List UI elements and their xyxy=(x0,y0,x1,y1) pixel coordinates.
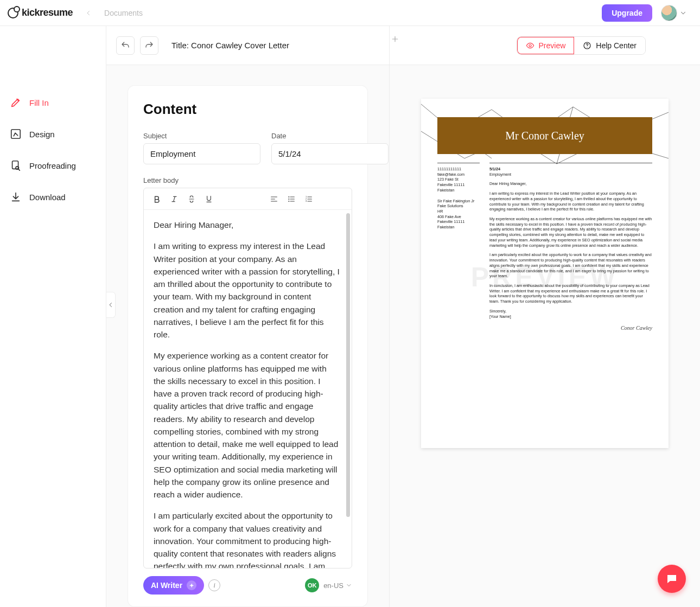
doc-para4: In conclusion, I am enthusiastic about t… xyxy=(489,283,652,304)
doc-name: Mr Conor Cawley xyxy=(505,130,584,142)
strike-button[interactable] xyxy=(184,191,199,207)
doc-para3: I am particularly excited about the oppo… xyxy=(489,252,652,279)
status-badge[interactable]: OK xyxy=(305,578,319,592)
bold-button[interactable] xyxy=(149,191,164,207)
doc-signature: Conor Cawley xyxy=(489,324,652,332)
letter-body-label: Letter body xyxy=(143,176,352,184)
upgrade-button[interactable]: Upgrade xyxy=(602,4,652,22)
sender-line1: 123 Fake St xyxy=(437,177,480,182)
language-select[interactable]: en-US xyxy=(323,582,352,590)
ai-writer-button[interactable]: AI Writer ✦ xyxy=(143,576,204,595)
doc-para2: My experience working as a content creat… xyxy=(489,216,652,248)
editor-toolbar: 123 xyxy=(144,188,352,210)
preview-label: Preview xyxy=(539,41,566,50)
nav-item-label: Design xyxy=(29,130,55,139)
doc-sender-recipient: 11111111111 fake@fake.com 123 Fake St Fa… xyxy=(437,163,480,437)
recipient-line3: Fakeistan xyxy=(437,225,480,230)
doc-sig-name: [Your Name] xyxy=(489,314,511,319)
doc-search-icon xyxy=(10,159,22,171)
subject-label: Subject xyxy=(143,132,260,140)
help-center-button[interactable]: Help Center xyxy=(574,37,645,54)
content-card: Content Subject Date Letter body xyxy=(128,86,367,606)
sender-line2: Fakeville 11111 xyxy=(437,182,480,188)
document-preview[interactable]: Mr Conor Cawley 11111111111 fake@fake.co… xyxy=(421,99,669,448)
nav-item-label: Download xyxy=(29,193,66,202)
doc-header: Mr Conor Cawley xyxy=(437,117,652,154)
letter-body-textarea[interactable]: Dear Hiring Manager,I am writing to expr… xyxy=(144,210,352,568)
nav-item-fill-in[interactable]: Fill In xyxy=(0,91,106,114)
left-nav: Fill In Design Proofreading Download xyxy=(0,26,106,607)
recipient-name: Sir Fake Fakington Jr xyxy=(437,199,480,204)
doc-letter-body: 5/1/24 Employment Dear Hiring Manager, I… xyxy=(489,163,652,437)
svg-point-5 xyxy=(288,201,289,202)
svg-text:3: 3 xyxy=(306,200,307,202)
chevron-down-icon xyxy=(679,9,687,17)
avatar xyxy=(661,5,677,21)
ai-writer-label: AI Writer xyxy=(151,581,182,590)
nav-item-download[interactable]: Download xyxy=(0,186,106,208)
nav-item-label: Proofreading xyxy=(29,161,76,170)
svg-point-4 xyxy=(288,199,289,200)
scrollbar[interactable] xyxy=(346,213,350,517)
chat-fab[interactable] xyxy=(658,565,686,593)
pencil-icon xyxy=(10,97,22,108)
breadcrumb-back-icon[interactable] xyxy=(82,7,94,19)
language-label: en-US xyxy=(323,582,343,590)
italic-button[interactable] xyxy=(167,191,182,207)
account-menu[interactable] xyxy=(661,5,687,21)
help-label: Help Center xyxy=(596,41,637,50)
recipient-company: Fake Solutions xyxy=(437,203,480,209)
info-icon[interactable]: i xyxy=(208,579,220,591)
rich-text-editor: 123 Dear Hiring Manager,I am writing to … xyxy=(143,188,352,568)
date-input[interactable] xyxy=(271,143,389,164)
recipient-dept: HR xyxy=(437,209,480,214)
download-icon xyxy=(10,191,22,203)
preview-help-segment: Preview Help Center xyxy=(517,36,646,55)
preview-column: Preview Help Center Mr Conor Cawley xyxy=(390,26,700,607)
recipient-line1: 408 Fake Ave xyxy=(437,214,480,220)
logo[interactable]: kickresume xyxy=(8,7,73,18)
recipient-line2: Fakeville 11111 xyxy=(437,219,480,225)
subject-input[interactable] xyxy=(143,143,260,164)
add-tab-icon[interactable] xyxy=(389,33,401,45)
collapse-sidebar-tab[interactable] xyxy=(106,292,116,318)
sender-email: fake@fake.com xyxy=(437,172,480,177)
card-heading: Content xyxy=(143,101,352,118)
sender-line3: Fakeistan xyxy=(437,188,480,193)
undo-button[interactable] xyxy=(116,36,135,55)
logo-mark-icon xyxy=(8,8,18,18)
editor-column: Title: Conor Cawley Cover Letter Content… xyxy=(106,26,390,607)
svg-rect-1 xyxy=(12,161,18,169)
redo-button[interactable] xyxy=(140,36,158,55)
nav-item-label: Fill In xyxy=(29,98,49,107)
svg-point-3 xyxy=(288,196,289,197)
sparkle-icon: ✦ xyxy=(187,580,196,590)
svg-point-9 xyxy=(529,44,531,47)
document-title[interactable]: Title: Conor Cawley Cover Letter xyxy=(171,41,289,50)
date-label: Date xyxy=(271,132,389,140)
doc-closing: Sincerely, xyxy=(489,309,506,314)
breadcrumb-label[interactable]: Documents xyxy=(104,9,143,17)
doc-salutation: Dear Hiring Manager, xyxy=(489,181,652,187)
underline-button[interactable] xyxy=(201,191,217,207)
nav-item-design[interactable]: Design xyxy=(0,123,106,145)
preview-toggle[interactable]: Preview xyxy=(517,37,575,54)
design-icon xyxy=(10,128,22,140)
doc-subject: Employment xyxy=(489,172,511,177)
topbar: kickresume Documents Upgrade xyxy=(0,0,700,26)
doc-para1: I am writing to express my interest in t… xyxy=(489,191,652,212)
logo-text: kickresume xyxy=(22,7,73,18)
sender-phone: 11111111111 xyxy=(437,167,480,172)
number-list-button[interactable]: 123 xyxy=(301,191,316,207)
doc-date: 5/1/24 xyxy=(489,167,500,171)
nav-item-proofreading[interactable]: Proofreading xyxy=(0,154,106,177)
bullet-list-button[interactable] xyxy=(284,191,299,207)
align-button[interactable] xyxy=(266,191,282,207)
